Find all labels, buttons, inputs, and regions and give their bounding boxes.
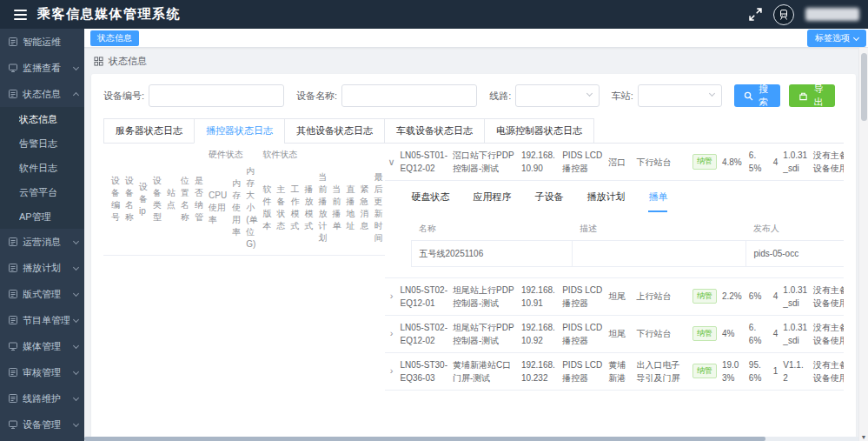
detail-subtabs: 硬盘状态应用程序子设备播放计划播单 [411, 181, 844, 212]
tab-controller-status-log[interactable]: 播控器状态日志 [194, 118, 285, 144]
chevron-down-icon [586, 90, 593, 97]
managed-badge: 纳管 [692, 289, 717, 304]
line-maintenance-icon [8, 393, 18, 404]
scroll-down-arrow-icon[interactable]: ▼ [859, 434, 868, 440]
subtab-disk-status[interactable]: 硬盘状态 [411, 190, 449, 212]
cell-type: PIDS LCD 播控器 [560, 315, 606, 352]
expand-row-icon[interactable]: › [385, 315, 397, 352]
cell-station: 坦尾 [606, 277, 633, 315]
broadcast-view-icon [8, 63, 18, 73]
status-card: 设备编号: 设备名称: 线路: 车站: 搜索 [91, 74, 856, 441]
line-select[interactable] [515, 84, 600, 107]
cell-version: 1.0.31_sdi [780, 277, 811, 315]
sidebar-subitem-software-log[interactable]: 软件日志 [0, 156, 84, 180]
subtab-sub-devices[interactable]: 子设备 [534, 190, 563, 212]
sidebar-item-program-mgmt[interactable]: 节目单管理 [0, 307, 84, 333]
cell-version: 1.0.31_sdi [780, 315, 811, 352]
cell-cpu: 4.8% [719, 144, 746, 181]
active-tag[interactable]: 状态信息 [90, 30, 139, 46]
sidebar-item-label: 版式管理 [23, 288, 70, 301]
expand-row-icon[interactable]: › [385, 352, 397, 390]
station-select[interactable] [638, 84, 722, 107]
collapse-row-icon[interactable]: ∨ [385, 144, 397, 181]
menu-toggle-icon[interactable] [14, 10, 27, 20]
chevron-down-icon [73, 290, 79, 296]
cell-station: 坦尾 [606, 315, 633, 352]
subtab-play-plan[interactable]: 播放计划 [586, 190, 625, 212]
sidebar-subitem-alarm-log[interactable]: 告警日志 [0, 131, 84, 156]
vertical-scrollbar[interactable]: ▼ [858, 48, 868, 441]
tag-options-button[interactable]: 标签选项 [807, 30, 866, 47]
subtable-column-header: 发布人 [746, 217, 844, 241]
device-mgmt-icon [8, 419, 18, 430]
sidebar-subitem-label: 软件日志 [19, 162, 78, 175]
device-code-input[interactable] [149, 84, 284, 107]
tab-server-status-log[interactable]: 服务器状态日志 [103, 118, 195, 144]
filter-bar: 设备编号: 设备名称: 线路: 车站: 搜索 [103, 84, 844, 107]
sidebar-item-broadcast-view[interactable]: 监播查看 [0, 55, 84, 81]
subtab-playlist[interactable]: 播单 [648, 190, 667, 212]
sidebar-item-review-mgmt[interactable]: 审核管理 [0, 359, 84, 385]
status-table: 设备编号设备名称设备ip设备类型站点位置名称是否纳管硬件状态软件状态CPU使用率… [103, 144, 844, 441]
column-header: 位置名称 [178, 144, 192, 256]
sidebar-item-label: 监播查看 [23, 62, 70, 75]
cell-cpu: 4% [719, 315, 746, 352]
sidebar-item-layout-mgmt[interactable]: 版式管理 [0, 281, 84, 307]
horizontal-scrollbar-thumb[interactable] [84, 437, 765, 441]
column-header: 设备编号 [109, 144, 123, 256]
sidebar-item-smart-ops[interactable]: 智能运维 [0, 29, 84, 55]
sidebar-subitem-cloud-platform[interactable]: 云管平台 [0, 180, 84, 204]
sidebar-item-device-mgmt[interactable]: 设备管理 [0, 411, 84, 438]
chevron-up-icon [73, 91, 79, 97]
sidebar-subitem-status-info[interactable]: 状态信息 [0, 107, 84, 131]
cell-code: LN05-ST30-EQ36-03 [398, 352, 450, 390]
chevron-down-icon [708, 90, 714, 97]
cell-cpu: 2.2% [719, 277, 746, 315]
app-title: 乘客信息媒体管理系统 [37, 6, 181, 23]
column-header: CPU使用率 [206, 161, 229, 256]
tab-vehicle-device-status-log[interactable]: 车载设备状态日志 [384, 118, 485, 144]
cell-version: V1.1.2 [780, 352, 811, 390]
horizontal-scrollbar[interactable] [84, 437, 858, 441]
subtab-applications[interactable]: 应用程序 [473, 190, 511, 212]
tab-other-device-status-log[interactable]: 其他设备状态日志 [284, 118, 385, 144]
tab-power-controller-status-log[interactable]: 电源控制器状态日志 [484, 118, 594, 144]
cell-master: 没有主备设备使用 [811, 277, 844, 315]
chevron-down-icon [73, 342, 79, 348]
smart-ops-icon [8, 37, 18, 47]
column-header: 最后更新时间 [371, 161, 385, 256]
search-button[interactable]: 搜索 [734, 84, 780, 107]
sidebar-item-media-mgmt[interactable]: 媒体管理 [0, 333, 84, 359]
sidebar-subitem-ap-mgmt[interactable]: AP管理 [0, 204, 84, 229]
cell-ip: 192.168.10.92 [519, 315, 560, 352]
line-label: 线路: [489, 90, 511, 103]
device-name-input[interactable] [341, 84, 477, 107]
subtable-column-header: 描述 [573, 217, 746, 241]
export-icon [798, 91, 808, 101]
vertical-scrollbar-thumb[interactable] [861, 53, 867, 121]
cell-master: 没有主备设备使用 [811, 352, 844, 390]
cell-version: 1.0.31_sdi [780, 144, 811, 181]
breadcrumb: 状态信息 [84, 48, 868, 74]
column-header: 站点 [164, 144, 178, 256]
sidebar-item-label: 媒体管理 [23, 340, 70, 353]
sidebar-item-status-info[interactable]: 状态信息 [0, 81, 84, 107]
expand-row-icon[interactable]: › [385, 277, 397, 315]
column-header: 软件版本 [260, 161, 274, 256]
cell-managed: 纳管 [690, 352, 719, 390]
program-mgmt-icon [8, 315, 18, 325]
sidebar-item-ops-message[interactable]: 运营消息 [0, 229, 84, 255]
export-button[interactable]: 导出 [789, 84, 835, 107]
managed-badge: 纳管 [692, 154, 717, 170]
chevron-down-icon [73, 264, 79, 270]
fullscreen-icon[interactable] [749, 8, 762, 21]
user-avatar-train-icon[interactable] [773, 4, 794, 25]
column-header: 内存大小(单位G) [243, 161, 260, 256]
sidebar-item-play-plan[interactable]: 播放计划 [0, 255, 84, 281]
cell-managed: 纳管 [690, 315, 719, 352]
cell-mem: 6.5% [746, 144, 771, 181]
sidebar-item-label: 设备管理 [23, 418, 70, 431]
sidebar-item-line-maintenance[interactable]: 线路维护 [0, 385, 84, 411]
play-plan-icon [8, 263, 18, 273]
review-mgmt-icon [8, 367, 18, 378]
